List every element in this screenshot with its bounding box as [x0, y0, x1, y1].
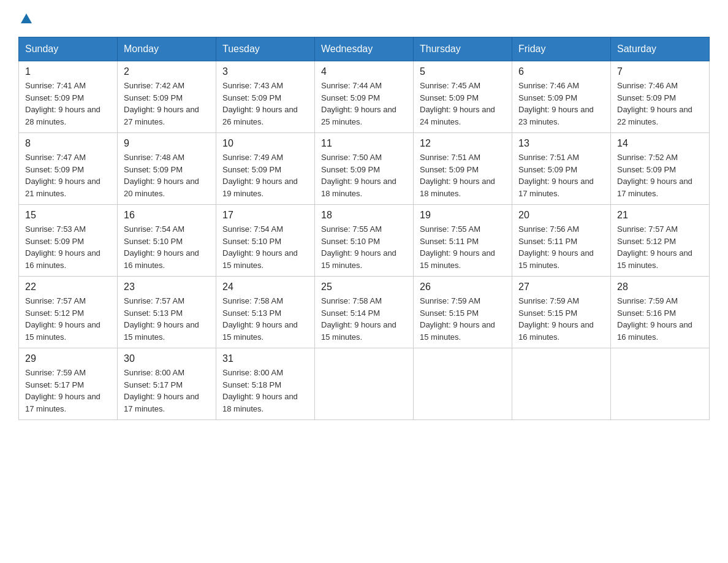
calendar-header-monday: Monday	[118, 37, 216, 61]
day-info: Sunrise: 7:59 AMSunset: 5:15 PMDaylight:…	[420, 295, 506, 343]
calendar-cell: 6Sunrise: 7:46 AMSunset: 5:09 PMDaylight…	[512, 61, 611, 133]
calendar-cell: 2Sunrise: 7:42 AMSunset: 5:09 PMDaylight…	[118, 61, 216, 133]
day-info: Sunrise: 7:54 AMSunset: 5:10 PMDaylight:…	[222, 223, 308, 271]
calendar-cell	[611, 348, 710, 420]
day-number: 25	[321, 282, 407, 293]
day-info: Sunrise: 7:44 AMSunset: 5:09 PMDaylight:…	[321, 80, 407, 128]
logo	[18, 12, 33, 25]
calendar-cell: 24Sunrise: 7:58 AMSunset: 5:13 PMDayligh…	[216, 277, 315, 348]
day-number: 18	[321, 210, 407, 221]
calendar-header-tuesday: Tuesday	[216, 37, 315, 61]
day-info: Sunrise: 7:53 AMSunset: 5:09 PMDaylight:…	[25, 223, 111, 271]
day-number: 22	[25, 282, 111, 293]
calendar-cell: 10Sunrise: 7:49 AMSunset: 5:09 PMDayligh…	[216, 133, 315, 205]
day-number: 20	[518, 210, 604, 221]
day-number: 30	[124, 353, 210, 364]
day-info: Sunrise: 7:52 AMSunset: 5:09 PMDaylight:…	[617, 151, 703, 199]
calendar-cell: 16Sunrise: 7:54 AMSunset: 5:10 PMDayligh…	[118, 205, 216, 277]
calendar-cell: 4Sunrise: 7:44 AMSunset: 5:09 PMDaylight…	[315, 61, 414, 133]
calendar-cell: 17Sunrise: 7:54 AMSunset: 5:10 PMDayligh…	[216, 205, 315, 277]
day-number: 12	[420, 138, 506, 149]
calendar-cell: 7Sunrise: 7:46 AMSunset: 5:09 PMDaylight…	[611, 61, 710, 133]
calendar-cell: 19Sunrise: 7:55 AMSunset: 5:11 PMDayligh…	[414, 205, 512, 277]
day-number: 7	[617, 66, 703, 77]
day-number: 5	[420, 66, 506, 77]
day-number: 15	[25, 210, 111, 221]
day-info: Sunrise: 7:59 AMSunset: 5:15 PMDaylight:…	[518, 295, 604, 343]
calendar-header-sunday: Sunday	[19, 37, 118, 61]
day-number: 27	[518, 282, 604, 293]
day-info: Sunrise: 7:46 AMSunset: 5:09 PMDaylight:…	[518, 80, 604, 128]
day-info: Sunrise: 7:59 AMSunset: 5:17 PMDaylight:…	[25, 367, 111, 415]
calendar-header-friday: Friday	[512, 37, 611, 61]
calendar-cell: 20Sunrise: 7:56 AMSunset: 5:11 PMDayligh…	[512, 205, 611, 277]
calendar-cell: 9Sunrise: 7:48 AMSunset: 5:09 PMDaylight…	[118, 133, 216, 205]
calendar-cell: 21Sunrise: 7:57 AMSunset: 5:12 PMDayligh…	[611, 205, 710, 277]
day-number: 9	[124, 138, 210, 149]
day-number: 2	[124, 66, 210, 77]
day-info: Sunrise: 7:54 AMSunset: 5:10 PMDaylight:…	[124, 223, 210, 271]
day-number: 31	[222, 353, 308, 364]
day-info: Sunrise: 7:50 AMSunset: 5:09 PMDaylight:…	[321, 151, 407, 199]
day-info: Sunrise: 7:43 AMSunset: 5:09 PMDaylight:…	[222, 80, 308, 128]
day-info: Sunrise: 7:48 AMSunset: 5:09 PMDaylight:…	[124, 151, 210, 199]
day-info: Sunrise: 7:57 AMSunset: 5:12 PMDaylight:…	[617, 223, 703, 271]
day-number: 10	[222, 138, 308, 149]
calendar-cell: 23Sunrise: 7:57 AMSunset: 5:13 PMDayligh…	[118, 277, 216, 348]
day-info: Sunrise: 7:55 AMSunset: 5:11 PMDaylight:…	[420, 223, 506, 271]
day-info: Sunrise: 7:58 AMSunset: 5:13 PMDaylight:…	[222, 295, 308, 343]
calendar-week-row: 29Sunrise: 7:59 AMSunset: 5:17 PMDayligh…	[19, 348, 710, 420]
calendar-cell: 15Sunrise: 7:53 AMSunset: 5:09 PMDayligh…	[19, 205, 118, 277]
day-info: Sunrise: 8:00 AMSunset: 5:18 PMDaylight:…	[222, 367, 308, 415]
calendar-cell: 26Sunrise: 7:59 AMSunset: 5:15 PMDayligh…	[414, 277, 512, 348]
day-number: 13	[518, 138, 604, 149]
calendar-cell: 13Sunrise: 7:51 AMSunset: 5:09 PMDayligh…	[512, 133, 611, 205]
calendar-cell: 22Sunrise: 7:57 AMSunset: 5:12 PMDayligh…	[19, 277, 118, 348]
calendar-header-row: SundayMondayTuesdayWednesdayThursdayFrid…	[19, 37, 710, 61]
day-info: Sunrise: 8:00 AMSunset: 5:17 PMDaylight:…	[124, 367, 210, 415]
day-number: 14	[617, 138, 703, 149]
calendar-cell: 11Sunrise: 7:50 AMSunset: 5:09 PMDayligh…	[315, 133, 414, 205]
day-info: Sunrise: 7:51 AMSunset: 5:09 PMDaylight:…	[518, 151, 604, 199]
day-info: Sunrise: 7:42 AMSunset: 5:09 PMDaylight:…	[124, 80, 210, 128]
calendar-cell	[414, 348, 512, 420]
calendar-cell: 27Sunrise: 7:59 AMSunset: 5:15 PMDayligh…	[512, 277, 611, 348]
calendar-week-row: 22Sunrise: 7:57 AMSunset: 5:12 PMDayligh…	[19, 277, 710, 348]
day-number: 19	[420, 210, 506, 221]
day-info: Sunrise: 7:51 AMSunset: 5:09 PMDaylight:…	[420, 151, 506, 199]
day-info: Sunrise: 7:58 AMSunset: 5:14 PMDaylight:…	[321, 295, 407, 343]
day-number: 24	[222, 282, 308, 293]
calendar-week-row: 1Sunrise: 7:41 AMSunset: 5:09 PMDaylight…	[19, 61, 710, 133]
day-number: 11	[321, 138, 407, 149]
calendar-cell: 8Sunrise: 7:47 AMSunset: 5:09 PMDaylight…	[19, 133, 118, 205]
day-info: Sunrise: 7:41 AMSunset: 5:09 PMDaylight:…	[25, 80, 111, 128]
calendar-cell: 5Sunrise: 7:45 AMSunset: 5:09 PMDaylight…	[414, 61, 512, 133]
day-number: 1	[25, 66, 111, 77]
calendar-cell: 1Sunrise: 7:41 AMSunset: 5:09 PMDaylight…	[19, 61, 118, 133]
calendar-cell	[512, 348, 611, 420]
page-header	[18, 12, 710, 25]
day-info: Sunrise: 7:47 AMSunset: 5:09 PMDaylight:…	[25, 151, 111, 199]
calendar-cell: 25Sunrise: 7:58 AMSunset: 5:14 PMDayligh…	[315, 277, 414, 348]
day-number: 28	[617, 282, 703, 293]
day-number: 17	[222, 210, 308, 221]
day-number: 8	[25, 138, 111, 149]
day-number: 3	[222, 66, 308, 77]
calendar-header-saturday: Saturday	[611, 37, 710, 61]
day-number: 26	[420, 282, 506, 293]
calendar-cell	[315, 348, 414, 420]
calendar-cell: 30Sunrise: 8:00 AMSunset: 5:17 PMDayligh…	[118, 348, 216, 420]
day-info: Sunrise: 7:57 AMSunset: 5:12 PMDaylight:…	[25, 295, 111, 343]
day-number: 6	[518, 66, 604, 77]
calendar-week-row: 15Sunrise: 7:53 AMSunset: 5:09 PMDayligh…	[19, 205, 710, 277]
day-info: Sunrise: 7:59 AMSunset: 5:16 PMDaylight:…	[617, 295, 703, 343]
calendar-table: SundayMondayTuesdayWednesdayThursdayFrid…	[18, 37, 710, 420]
calendar-header-wednesday: Wednesday	[315, 37, 414, 61]
calendar-cell: 12Sunrise: 7:51 AMSunset: 5:09 PMDayligh…	[414, 133, 512, 205]
day-info: Sunrise: 7:56 AMSunset: 5:11 PMDaylight:…	[518, 223, 604, 271]
day-number: 23	[124, 282, 210, 293]
day-number: 29	[25, 353, 111, 364]
day-info: Sunrise: 7:46 AMSunset: 5:09 PMDaylight:…	[617, 80, 703, 128]
calendar-cell: 3Sunrise: 7:43 AMSunset: 5:09 PMDaylight…	[216, 61, 315, 133]
day-info: Sunrise: 7:49 AMSunset: 5:09 PMDaylight:…	[222, 151, 308, 199]
